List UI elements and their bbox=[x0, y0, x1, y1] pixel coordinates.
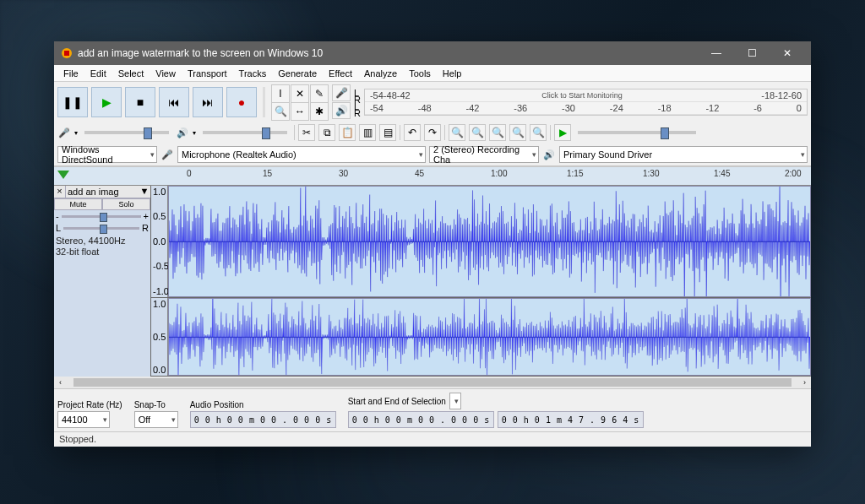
timeshift-tool[interactable]: ↔ bbox=[291, 102, 309, 121]
undo-button[interactable]: ↶ bbox=[404, 124, 421, 141]
menu-tools[interactable]: Tools bbox=[403, 67, 437, 80]
channels-combo[interactable]: 2 (Stereo) Recording Cha bbox=[429, 146, 539, 163]
record-button[interactable]: ● bbox=[226, 87, 257, 117]
channel-left[interactable]: 1.0 0.5 0.0 -0.5 -1.0 bbox=[151, 186, 811, 298]
amp-scale-right: 1.0 0.5 0.0 bbox=[151, 298, 168, 376]
skip-start-button[interactable]: ⏮ bbox=[159, 87, 189, 117]
horizontal-scrollbar[interactable]: ‹ › bbox=[54, 377, 811, 388]
paste-button[interactable]: 📋 bbox=[339, 124, 356, 141]
selection-label: Start and End of Selection bbox=[348, 397, 446, 406]
window-title: add an image watermark to the screen on … bbox=[78, 47, 699, 59]
zoom-out-button[interactable]: 🔍 bbox=[469, 124, 486, 141]
timeline[interactable]: 01530451:001:151:301:452:00 bbox=[54, 167, 811, 186]
recording-meter[interactable]: -54 -48 -42 Click to Start Monitoring -1… bbox=[365, 89, 807, 102]
zoom-toggle-button[interactable]: 🔍 bbox=[530, 124, 547, 141]
rec-volume[interactable]: 🎤▾ bbox=[57, 127, 172, 138]
timeline-ruler[interactable]: 01530451:001:151:301:452:00 bbox=[151, 167, 811, 185]
titlebar[interactable]: add an image watermark to the screen on … bbox=[54, 41, 811, 65]
mic-icon: 🎤 bbox=[160, 146, 174, 163]
menu-edit[interactable]: Edit bbox=[84, 67, 112, 80]
track-menu-button[interactable]: ▼ bbox=[139, 186, 150, 198]
channel-right[interactable]: 1.0 0.5 0.0 bbox=[151, 298, 811, 377]
amp: 0.5 bbox=[153, 332, 166, 342]
stop-button[interactable]: ■ bbox=[125, 87, 155, 117]
envelope-tool[interactable]: ✕ bbox=[291, 84, 309, 103]
track-format: Stereo, 44100Hz 32-bit float bbox=[54, 234, 150, 259]
copy-button[interactable]: ⧉ bbox=[318, 124, 335, 141]
zoom-sel-button[interactable]: 🔍 bbox=[489, 124, 506, 141]
audio-position-value[interactable]: 0 0 h 0 0 m 0 0 . 0 0 0 s bbox=[190, 411, 336, 428]
meters[interactable]: -54 -48 -42 Click to Start Monitoring -1… bbox=[364, 89, 808, 116]
rec-tick: -12 bbox=[775, 90, 788, 100]
menu-view[interactable]: View bbox=[150, 67, 182, 80]
pan-slider[interactable] bbox=[63, 227, 139, 230]
silence-button[interactable]: ▤ bbox=[379, 124, 396, 141]
play-device-combo[interactable]: Primary Sound Driver bbox=[559, 146, 808, 163]
scroll-right-icon[interactable]: › bbox=[803, 378, 806, 387]
gain-slider[interactable] bbox=[62, 215, 141, 218]
multi-tool[interactable]: ✱ bbox=[310, 102, 329, 121]
snap-to-combo[interactable]: Off bbox=[134, 411, 178, 428]
play-tick: 0 bbox=[797, 103, 802, 113]
play-speed-slider[interactable] bbox=[578, 131, 696, 134]
play-meter-icon[interactable]: 🔊 bbox=[332, 102, 351, 119]
cut-button[interactable]: ✂ bbox=[298, 124, 315, 141]
zoom-in-button[interactable]: 🔍 bbox=[449, 124, 465, 141]
menu-help[interactable]: Help bbox=[437, 67, 468, 80]
track-close-button[interactable]: × bbox=[54, 186, 66, 198]
snap-to-label: Snap-To bbox=[134, 400, 178, 409]
rec-tick: 0 bbox=[797, 90, 802, 100]
toolbar-row-1: ❚❚ ▶ ■ ⏮ ⏭ ● I ✕ ✎ 🔍 ↔ ✱ 🎤 🔊 L R L bbox=[54, 82, 811, 122]
menu-effect[interactable]: Effect bbox=[323, 67, 358, 80]
timeline-tick: 1:00 bbox=[491, 169, 507, 178]
zoom-tool[interactable]: 🔍 bbox=[271, 102, 290, 121]
toolbar-row-2: 🎤▾ 🔊▾ ✂ ⧉ 📋 ▥ ▤ ↶ ↷ 🔍 🔍 🔍 🔍 🔍 ▶ bbox=[54, 122, 811, 144]
menu-transport[interactable]: Transport bbox=[182, 67, 233, 80]
selection-mode-combo[interactable] bbox=[449, 393, 461, 409]
app-window: add an image watermark to the screen on … bbox=[54, 41, 811, 447]
host-value: Windows DirectSound bbox=[62, 144, 144, 165]
play-volume[interactable]: 🔊▾ bbox=[176, 127, 291, 138]
menu-tracks[interactable]: Tracks bbox=[233, 67, 273, 80]
selection-tool[interactable]: I bbox=[271, 84, 290, 103]
play-tick: -48 bbox=[418, 103, 432, 113]
minimize-button[interactable]: — bbox=[699, 41, 733, 65]
timeline-tick: 0 bbox=[187, 169, 192, 178]
play-at-speed-button[interactable]: ▶ bbox=[554, 124, 571, 141]
skip-end-button[interactable]: ⏭ bbox=[193, 87, 223, 117]
waveform-area[interactable]: 1.0 0.5 0.0 -0.5 -1.0 1.0 0.5 0.0 bbox=[151, 186, 811, 377]
play-head-icon[interactable] bbox=[57, 171, 69, 179]
waveform-left[interactable] bbox=[168, 186, 811, 297]
menu-select[interactable]: Select bbox=[112, 67, 150, 80]
track-name[interactable]: add an imag bbox=[66, 186, 139, 198]
menu-analyze[interactable]: Analyze bbox=[358, 67, 403, 80]
zoom-fit-button[interactable]: 🔍 bbox=[509, 124, 526, 141]
play-button[interactable]: ▶ bbox=[91, 87, 122, 117]
svg-rect-1 bbox=[64, 51, 69, 56]
playback-meter[interactable]: -54 -48 -42 -36 -30 -24 -18 -12 -6 0 bbox=[365, 102, 807, 115]
close-button[interactable]: ✕ bbox=[770, 41, 804, 65]
rec-meter-icon[interactable]: 🎤 bbox=[332, 84, 351, 101]
separator bbox=[294, 125, 295, 140]
rec-volume-slider[interactable] bbox=[84, 131, 169, 134]
scroll-thumb[interactable] bbox=[73, 378, 792, 387]
menu-file[interactable]: File bbox=[57, 67, 84, 80]
maximize-button[interactable]: ☐ bbox=[735, 41, 769, 65]
rec-device-combo[interactable]: Microphone (Realtek Audio) bbox=[177, 146, 426, 163]
selection-start-value[interactable]: 0 0 h 0 0 m 0 0 . 0 0 0 s bbox=[348, 411, 494, 428]
scroll-left-icon[interactable]: ‹ bbox=[59, 378, 62, 387]
play-volume-slider[interactable] bbox=[203, 131, 287, 134]
project-rate-combo[interactable]: 44100 bbox=[57, 411, 110, 428]
pause-button[interactable]: ❚❚ bbox=[57, 87, 88, 117]
amp: 1.0 bbox=[153, 187, 166, 197]
selection-end-value[interactable]: 0 0 h 0 1 m 4 7 . 9 6 4 s bbox=[498, 411, 644, 428]
solo-button[interactable]: Solo bbox=[102, 198, 150, 210]
audio-position-label: Audio Position bbox=[190, 400, 336, 409]
mute-button[interactable]: Mute bbox=[54, 198, 102, 210]
host-combo[interactable]: Windows DirectSound bbox=[57, 146, 157, 163]
draw-tool[interactable]: ✎ bbox=[310, 84, 329, 103]
menu-generate[interactable]: Generate bbox=[272, 67, 323, 80]
redo-button[interactable]: ↷ bbox=[424, 124, 441, 141]
trim-button[interactable]: ▥ bbox=[359, 124, 376, 141]
waveform-right[interactable] bbox=[168, 298, 811, 376]
